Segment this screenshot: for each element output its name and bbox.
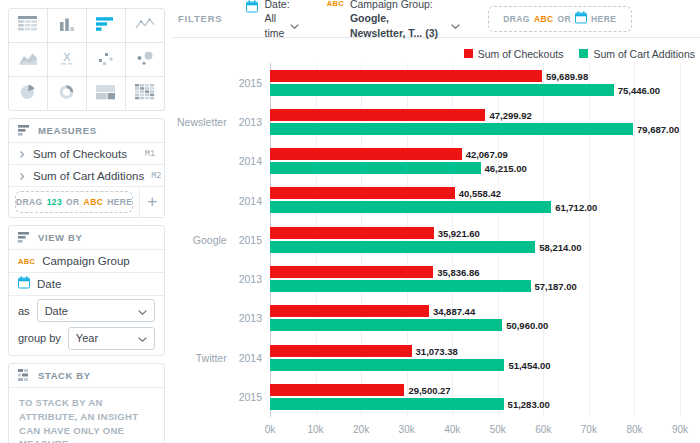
y-axis-labels: 2014 <box>172 142 270 181</box>
x-axis-tick-label: 20k <box>353 424 369 435</box>
data-label: 58,214.00 <box>539 241 581 252</box>
bar-sum-of-checkouts[interactable]: 59,689.98 <box>270 70 542 82</box>
chevron-down-icon <box>138 329 147 347</box>
view-by-item-date[interactable]: Date <box>9 273 164 296</box>
bar-chart-type-button[interactable] <box>87 9 125 42</box>
calendar-icon <box>575 11 587 26</box>
chart-row-google-2015: Google 2015 35,921.60 58,214.00 <box>172 220 700 259</box>
drop-hint-text: DRAG <box>503 14 530 24</box>
bar-pair: 31,073.38 51,454.00 <box>270 338 680 377</box>
stack-by-header: STACK BY <box>9 364 164 388</box>
data-label: 75,446.00 <box>618 84 660 95</box>
bar-sum-of-checkouts[interactable]: 35,921.60 <box>270 227 434 239</box>
campaign-group-label: Google <box>193 234 227 246</box>
bar-sum-of-cart-additions[interactable]: 75,446.00 <box>270 84 614 96</box>
year-label: 2015 <box>239 234 262 246</box>
view-by-section: VIEW BY ABCCampaign GroupDate as Date gr… <box>8 225 165 356</box>
chart-row-google-2013: 2013 35,836.86 57,187.00 <box>172 259 700 298</box>
measure-tag: M2 <box>151 171 161 181</box>
filter-label: Date: <box>264 0 298 11</box>
table-chart-type-button[interactable] <box>9 9 47 42</box>
data-label: 61,712.00 <box>555 202 597 213</box>
donut-chart-type-button[interactable] <box>48 77 86 110</box>
chevron-right-icon <box>18 167 26 185</box>
x-axis-tick-label: 50k <box>490 424 506 435</box>
data-label: 79,687.00 <box>637 123 679 134</box>
line-chart-type-button[interactable] <box>126 9 164 42</box>
area-chart-type-button[interactable] <box>9 43 47 76</box>
headline-chart-type-button[interactable]: X <box>48 43 86 76</box>
chart-row-google-2014: 2014 40,558.42 61,712.00 <box>172 181 700 220</box>
group-by-row: group by Year <box>9 325 164 355</box>
bubble-chart-type-button[interactable] <box>126 43 164 76</box>
bar-sum-of-checkouts[interactable]: 42,067.09 <box>270 148 462 160</box>
bar-sum-of-checkouts[interactable]: 40,558.42 <box>270 187 455 199</box>
filter-date[interactable]: Date: All time <box>246 0 298 40</box>
data-label: 51,283.00 <box>508 398 550 409</box>
measure-item[interactable]: Sum of Checkouts M1 <box>9 143 164 165</box>
view-by-item-campaign-group[interactable]: ABCCampaign Group <box>9 250 164 273</box>
measure-drop-zone[interactable]: DRAG 123 OR ABC HERE <box>15 191 133 213</box>
chart-row-newsletter-2014: 2014 42,067.09 46,215.00 <box>172 142 700 181</box>
headline-chart-icon: X <box>57 50 77 70</box>
donut-chart-icon <box>57 84 77 104</box>
group-by-select[interactable]: Year <box>68 327 155 350</box>
bar-pair: 35,836.86 57,187.00 <box>270 259 680 298</box>
legend-item[interactable]: Sum of Cart Additions <box>579 46 695 61</box>
add-measure-button[interactable]: + <box>139 187 164 217</box>
heatmap-chart-type-button[interactable] <box>126 77 164 110</box>
bar-sum-of-checkouts[interactable]: 47,299.92 <box>270 109 485 121</box>
measure-drop-row: DRAG 123 OR ABC HERE + <box>9 187 164 217</box>
visualization-picker: X <box>8 8 165 111</box>
y-axis-labels: Twitter 2014 <box>172 338 270 377</box>
bar-sum-of-cart-additions[interactable]: 61,712.00 <box>270 201 551 213</box>
stack-by-icon <box>18 367 31 385</box>
measures-icon <box>18 122 31 140</box>
column-chart-type-button[interactable] <box>48 9 86 42</box>
data-label: 59,689.98 <box>546 70 588 81</box>
drop-hint-abc: ABC <box>534 14 554 24</box>
measures-section: MEASURES Sum of Checkouts M1 Sum of Cart… <box>8 118 165 218</box>
data-label: 57,187.00 <box>535 280 577 291</box>
stack-by-hint: TO STACK BY AN ATTRIBUTE, AN INSIGHT CAN… <box>9 388 164 443</box>
drop-hint-text: HERE <box>107 197 132 207</box>
drop-hint-text: OR <box>558 14 572 24</box>
y-axis-labels: 2013 <box>172 299 270 338</box>
bar-pair: 42,067.09 46,215.00 <box>270 142 680 181</box>
pie-chart-type-button[interactable] <box>9 77 47 110</box>
bar-sum-of-checkouts[interactable]: 31,073.38 <box>270 345 412 357</box>
bar-sum-of-cart-additions[interactable]: 58,214.00 <box>270 241 535 253</box>
treemap-chart-type-button[interactable] <box>87 77 125 110</box>
bar-chart-plot: 2015 59,689.98 75,446.00 Newsletter 2013… <box>172 63 700 417</box>
bar-sum-of-cart-additions[interactable]: 51,283.00 <box>270 398 504 410</box>
filter-label: Campaign Group: <box>350 0 460 11</box>
bar-sum-of-cart-additions[interactable]: 50,960.00 <box>270 319 502 331</box>
legend-label: Sum of Cart Additions <box>593 48 695 60</box>
scatter-chart-type-button[interactable] <box>87 43 125 76</box>
bar-sum-of-cart-additions[interactable]: 79,687.00 <box>270 123 633 135</box>
calendar-icon <box>18 275 30 293</box>
chevron-down-icon <box>451 19 460 33</box>
bar-sum-of-checkouts[interactable]: 29,500.27 <box>270 384 404 396</box>
measure-label: Sum of Cart Additions <box>33 170 144 182</box>
bar-sum-of-cart-additions[interactable]: 51,454.00 <box>270 359 504 371</box>
abc-attribute-icon: ABC <box>18 257 35 266</box>
y-axis-labels: 2015 <box>172 63 270 102</box>
bar-sum-of-cart-additions[interactable]: 46,215.00 <box>270 162 481 174</box>
chart-row-twitter-2013: 2013 34,887.44 50,960.00 <box>172 299 700 338</box>
chart-row-twitter-2015: 2015 29,500.27 51,283.00 <box>172 377 700 416</box>
treemap-chart-icon <box>96 84 116 104</box>
filters-title: FILTERS <box>178 13 222 24</box>
legend-item[interactable]: Sum of Checkouts <box>464 46 564 61</box>
filter-drop-zone[interactable]: DRAG ABC OR HERE <box>488 6 632 32</box>
bar-sum-of-checkouts[interactable]: 35,836.86 <box>270 266 433 278</box>
chevron-down-icon <box>138 302 147 320</box>
date-as-select[interactable]: Date <box>37 299 155 322</box>
chart-row-newsletter-2013: Newsletter 2013 47,299.92 79,687.00 <box>172 102 700 141</box>
bar-sum-of-checkouts[interactable]: 34,887.44 <box>270 305 429 317</box>
bar-sum-of-cart-additions[interactable]: 57,187.00 <box>270 280 531 292</box>
filter-value: All time <box>264 11 298 39</box>
measure-item[interactable]: Sum of Cart Additions M2 <box>9 165 164 187</box>
filter-campaign-group[interactable]: ABC Campaign Group: Google, Newsletter, … <box>327 0 460 40</box>
year-label: 2013 <box>239 312 262 324</box>
